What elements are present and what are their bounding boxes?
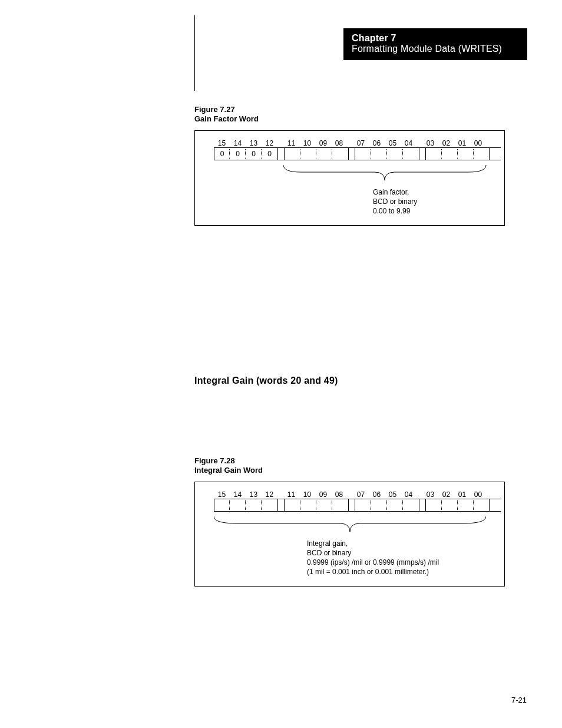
annotation: Integral gain, BCD or binary 0.9999 (ips…	[307, 539, 501, 577]
bit-label: 15	[214, 490, 230, 499]
bit-cell	[426, 499, 442, 511]
bit-cell	[332, 148, 348, 160]
bit-label: 10	[299, 139, 315, 147]
bit-label: 07	[353, 139, 369, 147]
bit-cell	[474, 499, 490, 511]
bit-label: 04	[401, 139, 416, 147]
bit-cell: 0	[230, 148, 246, 160]
bit-label: 08	[331, 139, 347, 147]
bit-cells-row	[214, 499, 501, 512]
bit-label: 05	[385, 139, 401, 147]
bit-label: 12	[262, 139, 277, 147]
chapter-title: Formatting Module Data (WRITES)	[352, 44, 520, 54]
bit-label: 06	[369, 139, 385, 147]
annotation-line: (1 mil = 0.001 inch or 0.001 millimeter.…	[307, 567, 501, 577]
annotation-line: 0.00 to 9.99	[373, 206, 501, 216]
bit-cell	[300, 499, 316, 511]
bit-label: 11	[283, 139, 299, 147]
bit-label: 00	[470, 490, 486, 499]
annotation-line: BCD or binary	[373, 197, 501, 206]
bit-labels-row: 15 14 13 12 11 10 09 08 07 06 05 04 03	[214, 139, 501, 147]
bit-cell	[214, 499, 230, 511]
bit-label: 02	[438, 139, 454, 147]
bit-label: 07	[353, 490, 369, 499]
figure-7-27: Figure 7.27 Gain Factor Word 15 14 13 12…	[194, 105, 505, 226]
figure-box: 15 14 13 12 11 10 09 08 07 06 05 04 03	[194, 482, 505, 587]
figure-box: 15 14 13 12 11 10 09 08 07 06 05 04 03	[194, 130, 505, 226]
bit-cells-row: 0 0 0 0	[214, 147, 501, 160]
bit-diagram: 15 14 13 12 11 10 09 08 07 06 05 04 03	[214, 139, 501, 216]
bit-cell	[332, 499, 348, 511]
figure-7-28: Figure 7.28 Integral Gain Word 15 14 13 …	[194, 456, 505, 587]
bit-labels-row: 15 14 13 12 11 10 09 08 07 06 05 04 03	[214, 490, 501, 499]
bit-cell: 0	[214, 148, 230, 160]
bit-cell	[458, 148, 474, 160]
bit-label: 09	[315, 139, 331, 147]
bit-cell	[387, 148, 403, 160]
bit-label: 06	[369, 490, 385, 499]
bit-label: 01	[454, 139, 470, 147]
bit-label: 04	[401, 490, 416, 499]
bit-label: 03	[422, 139, 438, 147]
annotation: Gain factor, BCD or binary 0.00 to 9.99	[373, 187, 501, 216]
bit-cell	[442, 148, 458, 160]
bit-cell	[371, 499, 387, 511]
figure-number: Figure 7.27	[194, 105, 505, 114]
bit-cell	[371, 148, 387, 160]
bit-label: 00	[470, 139, 486, 147]
figure-title: Gain Factor Word	[194, 114, 505, 124]
bit-cell	[426, 148, 442, 160]
chapter-label: Chapter 7	[352, 33, 520, 44]
bit-cell: 0	[246, 148, 262, 160]
bit-cell	[262, 499, 277, 511]
brace-icon	[283, 160, 556, 187]
figure-caption: Figure 7.27 Gain Factor Word	[194, 105, 505, 124]
bit-cell	[355, 148, 371, 160]
section-heading: Integral Gain (words 20 and 49)	[194, 375, 338, 386]
section-heading-wrap: Integral Gain (words 20 and 49)	[194, 375, 338, 386]
bit-label: 13	[246, 490, 262, 499]
bit-label: 14	[230, 490, 246, 499]
bit-cell	[442, 499, 458, 511]
bit-label: 08	[331, 490, 347, 499]
bit-cell	[285, 148, 300, 160]
bit-cell	[316, 499, 332, 511]
annotation-line: Gain factor,	[373, 187, 501, 197]
bit-label: 05	[385, 490, 401, 499]
bit-label: 10	[299, 490, 315, 499]
figure-number: Figure 7.28	[194, 456, 505, 466]
header-rule	[194, 15, 195, 91]
bit-label: 13	[246, 139, 262, 147]
bit-cell	[316, 148, 332, 160]
bit-cell	[403, 148, 419, 160]
bit-label: 12	[262, 490, 277, 499]
annotation-line: Integral gain,	[307, 539, 501, 548]
bit-label: 14	[230, 139, 246, 147]
figure-caption: Figure 7.28 Integral Gain Word	[194, 456, 505, 476]
bit-cell	[285, 499, 300, 511]
bit-cell	[355, 499, 371, 511]
annotation-line: BCD or binary	[307, 548, 501, 558]
annotation-line: 0.9999 (ips/s) /mil or 0.9999 (mmps/s) /…	[307, 558, 501, 567]
bit-label: 02	[438, 490, 454, 499]
bit-label: 03	[422, 490, 438, 499]
bit-diagram: 15 14 13 12 11 10 09 08 07 06 05 04 03	[214, 490, 501, 577]
brace-icon	[214, 512, 486, 539]
bit-label: 09	[315, 490, 331, 499]
chapter-header: Chapter 7 Formatting Module Data (WRITES…	[343, 28, 527, 60]
bit-cell	[387, 499, 403, 511]
figure-title: Integral Gain Word	[194, 466, 505, 475]
bit-cell	[458, 499, 474, 511]
page-number: 7-21	[511, 696, 527, 704]
bit-cell	[246, 499, 262, 511]
bit-label: 15	[214, 139, 230, 147]
page: Chapter 7 Formatting Module Data (WRITES…	[0, 0, 562, 728]
bit-cell	[403, 499, 419, 511]
bit-label: 01	[454, 490, 470, 499]
bit-cell	[474, 148, 490, 160]
bit-cell: 0	[262, 148, 277, 160]
bit-cell	[230, 499, 246, 511]
bit-label: 11	[283, 490, 299, 499]
bit-cell	[300, 148, 316, 160]
